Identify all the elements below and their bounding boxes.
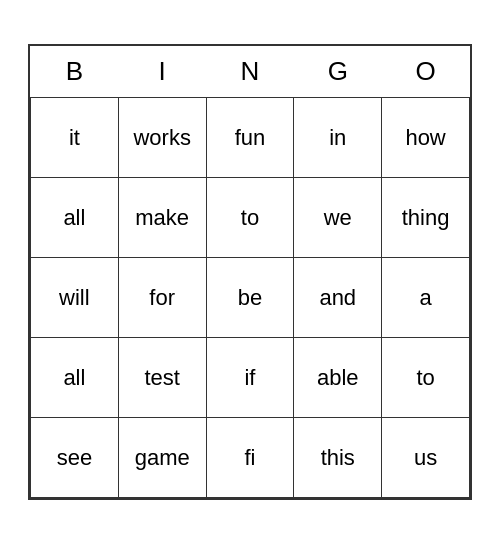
list-item: works xyxy=(118,98,206,178)
list-item: how xyxy=(382,98,470,178)
list-item: in xyxy=(294,98,382,178)
table-row: allmaketowething xyxy=(31,178,470,258)
list-item: all xyxy=(31,178,119,258)
list-item: for xyxy=(118,258,206,338)
list-item: to xyxy=(382,338,470,418)
bingo-body: itworksfuninhowallmaketowethingwillforbe… xyxy=(31,98,470,498)
table-row: alltestifableto xyxy=(31,338,470,418)
list-item: able xyxy=(294,338,382,418)
list-item: test xyxy=(118,338,206,418)
bingo-header-row: B I N G O xyxy=(31,46,470,98)
list-item: it xyxy=(31,98,119,178)
header-b: B xyxy=(31,46,119,98)
list-item: we xyxy=(294,178,382,258)
list-item: to xyxy=(206,178,294,258)
header-i: I xyxy=(118,46,206,98)
list-item: thing xyxy=(382,178,470,258)
list-item: will xyxy=(31,258,119,338)
list-item: fi xyxy=(206,418,294,498)
header-n: N xyxy=(206,46,294,98)
bingo-card: B I N G O itworksfuninhowallmaketowethin… xyxy=(28,44,472,501)
list-item: be xyxy=(206,258,294,338)
header-g: G xyxy=(294,46,382,98)
table-row: willforbeanda xyxy=(31,258,470,338)
list-item: this xyxy=(294,418,382,498)
table-row: itworksfuninhow xyxy=(31,98,470,178)
list-item: see xyxy=(31,418,119,498)
list-item: and xyxy=(294,258,382,338)
list-item: us xyxy=(382,418,470,498)
list-item: fun xyxy=(206,98,294,178)
list-item: a xyxy=(382,258,470,338)
list-item: game xyxy=(118,418,206,498)
list-item: all xyxy=(31,338,119,418)
table-row: seegamefithisus xyxy=(31,418,470,498)
list-item: make xyxy=(118,178,206,258)
bingo-table: B I N G O itworksfuninhowallmaketowethin… xyxy=(30,46,470,499)
header-o: O xyxy=(382,46,470,98)
list-item: if xyxy=(206,338,294,418)
